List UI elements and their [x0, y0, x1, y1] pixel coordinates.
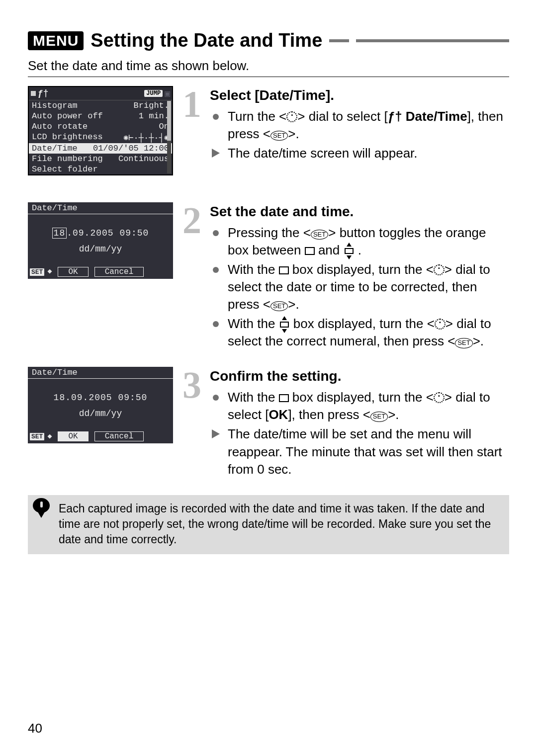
page-title-line: MENU Setting the Date and Time [28, 30, 509, 51]
step-bullet: With the box displayed, turn the <> dial… [210, 261, 509, 313]
note-box: Each captured image is recorded with the… [28, 495, 509, 554]
note-text: Each captured image is recorded with the… [59, 502, 491, 546]
tab-indicator-icon [31, 91, 36, 96]
step-bullet: Turn the <> dial to select [ƒ† Date/Time… [210, 108, 509, 143]
step-bullet: The date/time screen will appear. [210, 145, 509, 162]
lcd-dt-value: 18.09.2005 09:50 [28, 214, 173, 244]
set-icon: SET [311, 230, 328, 240]
step-1-heading: Select [Date/Time]. [210, 86, 509, 105]
dial-icon [435, 319, 446, 330]
box-arrows-icon [279, 319, 290, 331]
cancel-button: Cancel [94, 267, 144, 277]
lcd-datetime-screenshot-1: Date/Time18.09.2005 09:50dd/mm/yySET◆OKC… [28, 202, 173, 279]
note-icon [33, 498, 50, 513]
step-bullet: Pressing the <SET> button toggles the or… [210, 224, 509, 259]
step-bullet: The date/time will be set and the menu w… [210, 425, 509, 478]
lcd-dt-title: Date/Time [28, 367, 173, 379]
lcd-menu-row: Select folder [29, 164, 172, 174]
box-arrows-icon [344, 245, 355, 257]
step-3-heading: Confirm the setting. [210, 367, 509, 386]
camera-icon: ▣ [165, 88, 170, 99]
ok-button: OK [58, 267, 88, 277]
set-label: SET [30, 268, 44, 276]
page-number: 40 [28, 721, 42, 736]
lcd-menu-row: LCD brightness✺⊢·┼·┼·┤✺ [29, 132, 172, 143]
title-rule [356, 39, 509, 42]
box-icon [305, 247, 315, 255]
step-number-2: 2 [177, 205, 207, 236]
set-icon: SET [370, 412, 388, 421]
lcd-datetime-screenshot-2: Date/Time18.09.2005 09:50dd/mm/yySET◆OKC… [28, 367, 173, 443]
step-bullet: With the box displayed, turn the <> dial… [210, 315, 509, 350]
lcd-menu-row: Auto rotateOn [29, 121, 172, 132]
lcd-dt-title: Date/Time [28, 202, 173, 214]
set-icon: SET [270, 301, 288, 311]
wrench-icon: ƒ† [388, 109, 402, 124]
updown-icon: ◆ [47, 268, 52, 275]
lcd-menu-row: HistogramBright. [29, 100, 172, 111]
step-bullet: With the box displayed, turn the <> dial… [210, 389, 509, 423]
lcd-scrollbar [167, 101, 171, 173]
step-2-heading: Set the date and time. [210, 202, 509, 221]
cancel-button: Cancel [94, 431, 144, 441]
step-number-3: 3 [177, 370, 207, 400]
set-icon: SET [455, 338, 472, 348]
title-rule [329, 39, 349, 42]
wrench-icon: ƒ† [38, 88, 49, 98]
lcd-dt-value: 18.09.2005 09:50 [28, 379, 173, 409]
lcd-dt-button-row: SET◆OKCancel [28, 431, 173, 443]
lcd-menu-row: File numberingContinuous [29, 154, 172, 164]
dial-icon [286, 111, 297, 122]
step-number-1: 1 [177, 89, 207, 119]
intro-text: Set the date and time as shown below. [28, 58, 509, 74]
updown-icon: ◆ [47, 433, 52, 440]
dial-icon [434, 264, 445, 275]
divider [28, 77, 509, 77]
jump-badge: JUMP [144, 90, 163, 97]
lcd-menu-row: Auto power off1 min. [29, 111, 172, 121]
ok-button: OK [58, 431, 88, 441]
box-icon [279, 394, 289, 402]
dial-icon [434, 392, 445, 403]
menu-badge: MENU [28, 31, 84, 50]
set-icon: SET [270, 131, 288, 141]
lcd-menu-row: Date/Time01/09/'05 12:00 [29, 143, 172, 154]
lcd-dt-format: dd/mm/yy [28, 409, 173, 431]
page-title: Setting the Date and Time [90, 30, 322, 51]
box-icon [279, 266, 289, 274]
lcd-dt-button-row: SET◆OKCancel [28, 267, 173, 279]
lcd-menu-screenshot: ƒ† JUMP ▣ HistogramBright.Auto power off… [28, 86, 173, 175]
set-label: SET [30, 433, 44, 440]
lcd-dt-format: dd/mm/yy [28, 244, 173, 267]
